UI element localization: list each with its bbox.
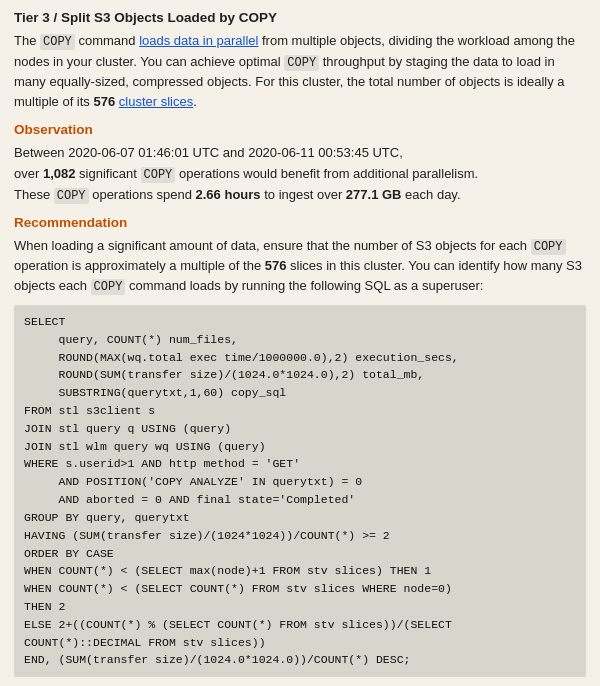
copy-code-1: COPY bbox=[40, 34, 75, 50]
rec-copy-code-2: COPY bbox=[91, 279, 126, 295]
sql-code-block: SELECT query, COUNT(*) num_files, ROUND(… bbox=[14, 305, 586, 677]
obs-copy-code: COPY bbox=[141, 167, 176, 183]
observation-paragraph: Between 2020-06-07 01:46:01 UTC and 2020… bbox=[14, 143, 586, 206]
obs-line3-mid: operations spend bbox=[89, 187, 196, 202]
obs-copy-code-2: COPY bbox=[54, 188, 89, 204]
obs-line1: Between 2020-06-07 01:46:01 UTC and 2020… bbox=[14, 145, 403, 160]
obs-line2-mid: significant bbox=[75, 166, 140, 181]
intro-paragraph: The COPY command loads data in parallel … bbox=[14, 31, 586, 112]
rec-slices: 576 bbox=[265, 258, 287, 273]
obs-line3-after: each day. bbox=[402, 187, 461, 202]
recommendation-paragraph: When loading a significant amount of dat… bbox=[14, 236, 586, 297]
rec-text-2: operation is approximately a multiple of… bbox=[14, 258, 265, 273]
recommendation-title: Recommendation bbox=[14, 215, 586, 230]
obs-line2-after: operations would benefit from additional… bbox=[175, 166, 478, 181]
loads-parallel-link[interactable]: loads data in parallel bbox=[139, 33, 258, 48]
intro-text-cmd: command bbox=[75, 33, 139, 48]
intro-text-before: The bbox=[14, 33, 40, 48]
obs-bold-count: 1,082 bbox=[43, 166, 76, 181]
page-container: Tier 3 / Split S3 Objects Loaded by COPY… bbox=[14, 10, 586, 677]
rec-copy-code-1: COPY bbox=[531, 239, 566, 255]
page-title: Tier 3 / Split S3 Objects Loaded by COPY bbox=[14, 10, 586, 25]
intro-period: . bbox=[193, 94, 197, 109]
slices-count: 576 bbox=[93, 94, 115, 109]
obs-line3-before: These bbox=[14, 187, 54, 202]
obs-hours: 2.66 hours bbox=[196, 187, 261, 202]
copy-code-2: COPY bbox=[284, 55, 319, 71]
obs-gb: 277.1 GB bbox=[346, 187, 402, 202]
rec-text-4: command loads by running the following S… bbox=[125, 278, 483, 293]
rec-text-1: When loading a significant amount of dat… bbox=[14, 238, 531, 253]
obs-line3-mid2: to ingest over bbox=[261, 187, 346, 202]
observation-title: Observation bbox=[14, 122, 586, 137]
cluster-slices-link[interactable]: cluster slices bbox=[119, 94, 193, 109]
obs-line2-before: over bbox=[14, 166, 43, 181]
